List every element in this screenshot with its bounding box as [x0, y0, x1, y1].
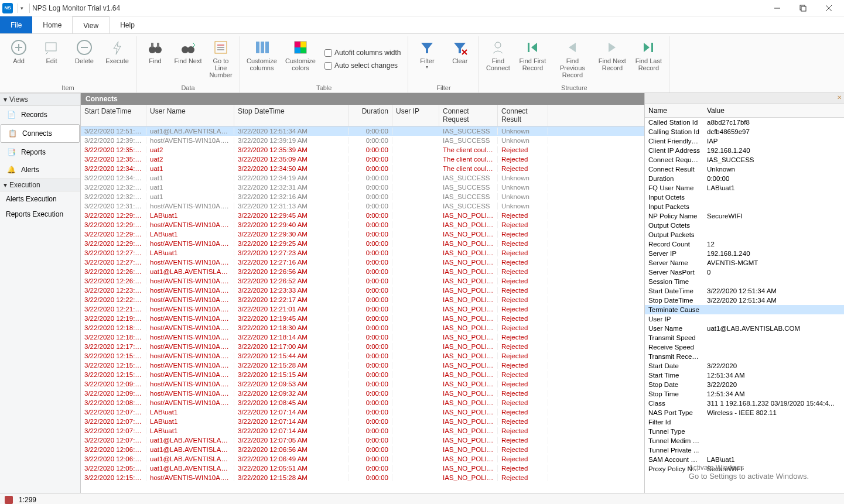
table-row[interactable]: 3/22/2020 12:29:4...host/AVENTIS-WIN10A.…	[81, 220, 644, 229]
table-row[interactable]: 3/22/2020 12:15:2...host/AVENTIS-WIN10A.…	[81, 473, 644, 482]
edit-button[interactable]: Edit	[36, 36, 67, 82]
details-row[interactable]: Output Packets	[645, 230, 844, 239]
details-row[interactable]: Start Time12:51:34 AM	[645, 371, 844, 380]
table-row[interactable]: 3/22/2020 12:07:1...LAB\uat13/22/2020 12…	[81, 426, 644, 436]
close-button[interactable]	[816, 0, 842, 16]
col-duration[interactable]: Duration	[349, 105, 392, 126]
clear-filter-button[interactable]: Clear	[445, 36, 475, 82]
details-row[interactable]: Transmit Receiv...	[645, 352, 844, 361]
details-row[interactable]: Client IP Address192.168.1.240	[645, 146, 844, 155]
details-row[interactable]: Filter Id	[645, 417, 844, 427]
table-row[interactable]: 3/22/2020 12:18:1...host/AVENTIS-WIN10A.…	[81, 332, 644, 342]
details-row[interactable]: Stop Time12:51:34 AM	[645, 389, 844, 399]
details-row[interactable]: Server IP192.168.1.240	[645, 249, 844, 258]
customize-columns-button[interactable]: Customize columns	[244, 36, 280, 82]
autofit-columns-checkbox[interactable]: Autofit columns width	[324, 47, 401, 58]
find-last-record-button[interactable]: Find Last Record	[631, 36, 665, 82]
details-close-bar[interactable]	[645, 93, 844, 104]
find-prev-record-button[interactable]: Find Previous Record	[552, 36, 593, 82]
table-row[interactable]: 3/22/2020 12:29:4...LAB\uat13/22/2020 12…	[81, 211, 644, 220]
table-row[interactable]: 3/22/2020 12:09:5...host/AVENTIS-WIN10A.…	[81, 379, 644, 389]
tab-home[interactable]: Home	[32, 16, 72, 33]
table-row[interactable]: 3/22/2020 12:26:5...uat1@LAB.AVENTISLAB.…	[81, 267, 644, 276]
table-row[interactable]: 3/22/2020 12:51:3...uat1@LAB.AVENTISLAB.…	[81, 126, 644, 136]
table-row[interactable]: 3/22/2020 12:35:3...uat23/22/2020 12:35:…	[81, 145, 644, 155]
table-row[interactable]: 3/22/2020 12:15:1...host/AVENTIS-WIN10A.…	[81, 370, 644, 379]
details-row[interactable]: Session Time	[645, 277, 844, 286]
goto-line-button[interactable]: Go to Line Number	[206, 36, 236, 82]
details-row[interactable]: Input Octets	[645, 193, 844, 202]
col-user-name[interactable]: User Name	[146, 105, 234, 126]
find-next-record-button[interactable]: Find Next Record	[595, 36, 629, 82]
nav-reports-execution[interactable]: Reports Execution	[0, 207, 80, 222]
section-views[interactable]: ▾Views	[0, 93, 80, 106]
col-stop-datetime[interactable]: Stop DateTime	[234, 105, 349, 126]
auto-select-changes-checkbox[interactable]: Auto select changes	[324, 60, 401, 71]
details-row[interactable]: NAS Port TypeWireless - IEEE 802.11	[645, 408, 844, 417]
table-row[interactable]: 3/22/2020 12:08:4...host/AVENTIS-WIN10A.…	[81, 398, 644, 407]
find-first-record-button[interactable]: Find First Record	[515, 36, 549, 82]
table-row[interactable]: 3/22/2020 12:39:1...host/AVENTIS-WIN10A.…	[81, 136, 644, 145]
details-row[interactable]: Stop DateTime3/22/2020 12:51:34 AM	[645, 296, 844, 305]
details-row[interactable]: Called Station Ida8bd27c17bf8	[645, 118, 844, 127]
details-row[interactable]: SAM Account N...LAB\uat1	[645, 455, 844, 464]
details-body[interactable]: Called Station Ida8bd27c17bf8Calling Sta…	[645, 118, 844, 493]
col-connect-result[interactable]: Connect Result	[498, 105, 548, 126]
details-col-name[interactable]: Name	[645, 104, 703, 117]
table-row[interactable]: 3/22/2020 12:15:4...host/AVENTIS-WIN10A.…	[81, 351, 644, 361]
details-row[interactable]: Connect ResultUnknown	[645, 164, 844, 174]
tab-view[interactable]: View	[72, 16, 110, 33]
table-row[interactable]: 3/22/2020 12:26:5...host/AVENTIS-WIN10A.…	[81, 276, 644, 286]
filter-button[interactable]: Filter▾	[412, 36, 442, 82]
table-row[interactable]: 3/22/2020 12:32:3...uat13/22/2020 12:32:…	[81, 183, 644, 192]
add-button[interactable]: Add	[4, 36, 34, 82]
find-connect-button[interactable]: Find Connect	[483, 36, 513, 82]
table-row[interactable]: 3/22/2020 12:21:0...host/AVENTIS-WIN10A.…	[81, 304, 644, 314]
table-row[interactable]: 3/22/2020 12:32:1...uat13/22/2020 12:32:…	[81, 192, 644, 201]
section-execution[interactable]: ▾Execution	[0, 179, 80, 191]
details-row[interactable]: Server NameAVENTIS-MGMT	[645, 258, 844, 268]
details-row[interactable]: Start Date3/22/2020	[645, 361, 844, 371]
nav-alerts[interactable]: 🔔Alerts	[0, 161, 80, 179]
table-row[interactable]: 3/22/2020 12:07:0...uat1@LAB.AVENTISLAB.…	[81, 436, 644, 445]
details-row[interactable]: Terminate Cause	[645, 305, 844, 314]
customize-colors-button[interactable]: Customize colors	[282, 36, 319, 82]
details-row[interactable]: Tunnel Private ...	[645, 445, 844, 455]
col-connect-request[interactable]: Connect Request	[439, 105, 498, 126]
details-row[interactable]: Tunnel Medim T...	[645, 436, 844, 445]
table-row[interactable]: 3/22/2020 12:31:1...host/AVENTIS-WIN10A.…	[81, 201, 644, 211]
details-row[interactable]: Class311 1 192.168.1.232 03/19/2020 15:4…	[645, 399, 844, 408]
details-row[interactable]: Client Friendly N...IAP	[645, 136, 844, 146]
table-row[interactable]: 3/22/2020 12:19:4...host/AVENTIS-WIN10A.…	[81, 314, 644, 323]
details-row[interactable]: User IP	[645, 314, 844, 324]
details-row[interactable]: NP Policy NameSecureWIFI	[645, 211, 844, 221]
table-row[interactable]: 3/22/2020 12:27:2...LAB\uat13/22/2020 12…	[81, 248, 644, 258]
table-row[interactable]: 3/22/2020 12:17:0...host/AVENTIS-WIN10A.…	[81, 342, 644, 351]
qat-dropdown-icon[interactable]: ▾	[20, 5, 23, 11]
minimize-button[interactable]	[764, 0, 790, 16]
grid-body[interactable]: 3/22/2020 12:51:3...uat1@LAB.AVENTISLAB.…	[81, 126, 644, 493]
details-row[interactable]: Start DateTime3/22/2020 12:51:34 AM	[645, 286, 844, 296]
table-row[interactable]: 3/22/2020 12:07:1...LAB\uat13/22/2020 12…	[81, 417, 644, 426]
table-row[interactable]: 3/22/2020 12:18:3...host/AVENTIS-WIN10A.…	[81, 323, 644, 332]
table-row[interactable]: 3/22/2020 12:06:5...uat1@LAB.AVENTISLAB.…	[81, 445, 644, 454]
details-row[interactable]: Connect RequestIAS_SUCCESS	[645, 155, 844, 164]
tab-help[interactable]: Help	[110, 16, 145, 33]
col-start-datetime[interactable]: Start DateTime	[81, 105, 146, 126]
details-row[interactable]: Proxy Policy NameSecureWIFI	[645, 464, 844, 474]
tab-file[interactable]: File	[0, 16, 32, 33]
maximize-button[interactable]	[790, 0, 816, 16]
table-row[interactable]: 3/22/2020 12:29:2...host/AVENTIS-WIN10A.…	[81, 239, 644, 248]
details-row[interactable]: Tunnel Type	[645, 427, 844, 436]
nav-records[interactable]: 📄Records	[0, 106, 80, 124]
table-row[interactable]: 3/22/2020 12:06:4...uat1@LAB.AVENTISLAB.…	[81, 454, 644, 464]
details-row[interactable]: Stop Date3/22/2020	[645, 380, 844, 389]
details-row[interactable]: Record Count12	[645, 239, 844, 249]
col-user-ip[interactable]: User IP	[392, 105, 439, 126]
details-col-value[interactable]: Value	[703, 104, 728, 117]
table-row[interactable]: 3/22/2020 12:07:1...LAB\uat13/22/2020 12…	[81, 407, 644, 417]
table-row[interactable]: 3/22/2020 12:34:1...uat13/22/2020 12:34:…	[81, 173, 644, 183]
details-row[interactable]: FQ User NameLAB\uat1	[645, 183, 844, 193]
table-row[interactable]: 3/22/2020 12:22:1...host/AVENTIS-WIN10A.…	[81, 295, 644, 304]
details-row[interactable]: Receive Speed	[645, 342, 844, 352]
